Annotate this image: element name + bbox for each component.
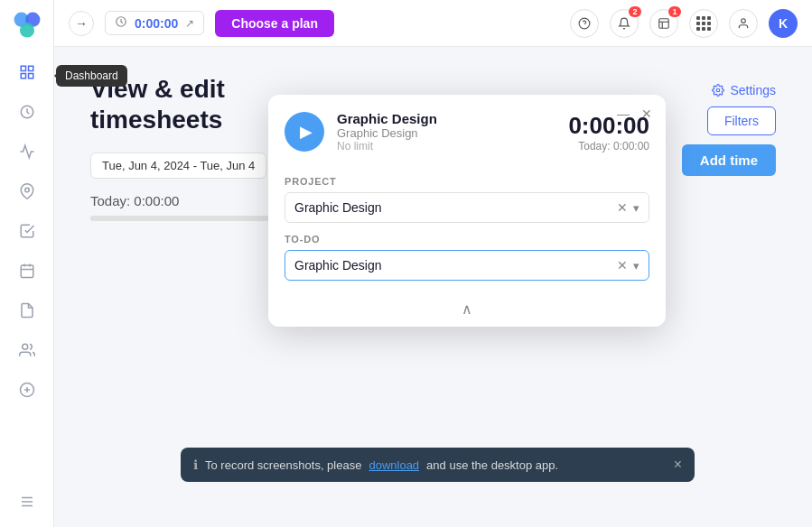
modal-today-time: Today: 0:00:00: [568, 140, 649, 153]
topbar: → 0:00:00 ↗ Choose a plan 2 1: [54, 0, 812, 47]
project-select-value: Graphic Design: [294, 200, 611, 215]
project-field-label: PROJECT: [285, 176, 649, 187]
tasks-button[interactable]: 1: [649, 9, 678, 38]
notification-banner: ℹ To record screenshots, please download…: [181, 448, 695, 482]
todo-chevron-icon[interactable]: ▾: [633, 259, 639, 273]
settings-link[interactable]: Settings: [712, 83, 776, 97]
filters-button[interactable]: Filters: [707, 106, 776, 135]
sidebar: [0, 0, 54, 527]
modal-play-button[interactable]: ▶: [285, 112, 324, 152]
sidebar-item-timer[interactable]: [11, 96, 43, 128]
modal-task-name: Graphic Design: [337, 111, 555, 126]
notification-text2: and use the desktop app.: [426, 458, 558, 472]
notifications-button[interactable]: 2: [610, 9, 639, 38]
sidebar-item-tasks[interactable]: [11, 215, 43, 247]
project-clear-icon[interactable]: ✕: [617, 200, 628, 215]
modal-project-name: Graphic Design: [337, 126, 555, 140]
modal-close-button[interactable]: ✕: [637, 104, 657, 124]
notification-badge: 2: [629, 6, 641, 17]
help-button[interactable]: [570, 9, 599, 38]
modal-minimize-button[interactable]: —: [613, 104, 633, 124]
date-range-badge[interactable]: Tue, Jun 4, 2024 - Tue, Jun 4: [90, 153, 266, 179]
collapse-icon: ∧: [462, 300, 472, 318]
sidebar-item-billing[interactable]: [11, 374, 43, 406]
timer-modal: ▶ Graphic Design Graphic Design No limit…: [268, 95, 666, 327]
dashboard-tooltip: Dashboard: [56, 65, 127, 87]
sidebar-item-reports[interactable]: [11, 135, 43, 168]
timer-display: 0:00:00: [135, 16, 178, 31]
svg-rect-4: [28, 66, 33, 70]
settings-label: Settings: [730, 83, 776, 97]
svg-point-2: [19, 23, 33, 37]
timer-expand-icon[interactable]: ↗: [185, 17, 194, 30]
timer-icon: [115, 15, 127, 31]
todo-select-value: Graphic Design: [294, 258, 611, 273]
notification-close-button[interactable]: ×: [674, 457, 682, 473]
svg-point-8: [24, 188, 29, 192]
tasks-badge: 1: [668, 6, 681, 17]
add-time-button[interactable]: Add time: [682, 144, 776, 176]
modal-no-limit: No limit: [337, 140, 555, 153]
svg-rect-3: [21, 66, 25, 70]
profile-icon-button[interactable]: [729, 9, 758, 38]
svg-rect-9: [21, 265, 33, 278]
nav-forward-button[interactable]: →: [69, 11, 94, 36]
choose-plan-button[interactable]: Choose a plan: [215, 10, 334, 37]
svg-rect-23: [659, 18, 669, 28]
sidebar-item-location[interactable]: [11, 175, 43, 208]
svg-point-24: [742, 18, 746, 23]
info-icon: ℹ: [193, 458, 198, 472]
notification-link[interactable]: download: [369, 458, 419, 472]
sidebar-item-people[interactable]: [11, 334, 43, 366]
todo-clear-icon[interactable]: ✕: [617, 258, 628, 273]
notification-text: To record screenshots, please: [205, 458, 361, 472]
sidebar-item-calendar[interactable]: [11, 254, 43, 287]
timer-widget[interactable]: 0:00:00 ↗: [105, 11, 204, 35]
user-avatar[interactable]: K: [769, 9, 798, 38]
grid-menu-button[interactable]: [689, 9, 718, 38]
project-select[interactable]: Graphic Design ✕ ▾: [285, 192, 649, 223]
svg-rect-5: [21, 74, 25, 79]
topbar-icons: 2 1 K: [570, 9, 798, 38]
svg-rect-6: [28, 74, 33, 79]
sidebar-item-notes[interactable]: [11, 294, 43, 327]
todo-field-label: TO-DO: [285, 234, 649, 245]
modal-header: ▶ Graphic Design Graphic Design No limit…: [268, 95, 666, 165]
svg-point-13: [22, 344, 27, 349]
sidebar-item-dashboard[interactable]: [11, 56, 43, 88]
app-logo[interactable]: [11, 9, 43, 42]
sidebar-item-settings[interactable]: [11, 485, 43, 518]
svg-point-25: [717, 88, 721, 92]
play-icon: ▶: [300, 122, 313, 142]
modal-body: PROJECT Graphic Design ✕ ▾ TO-DO Graphic…: [268, 176, 666, 295]
modal-task-info: Graphic Design Graphic Design No limit: [337, 111, 555, 153]
project-chevron-icon[interactable]: ▾: [633, 201, 639, 215]
todo-select[interactable]: Graphic Design ✕ ▾: [285, 250, 649, 281]
modal-collapse-button[interactable]: ∧: [268, 295, 666, 327]
